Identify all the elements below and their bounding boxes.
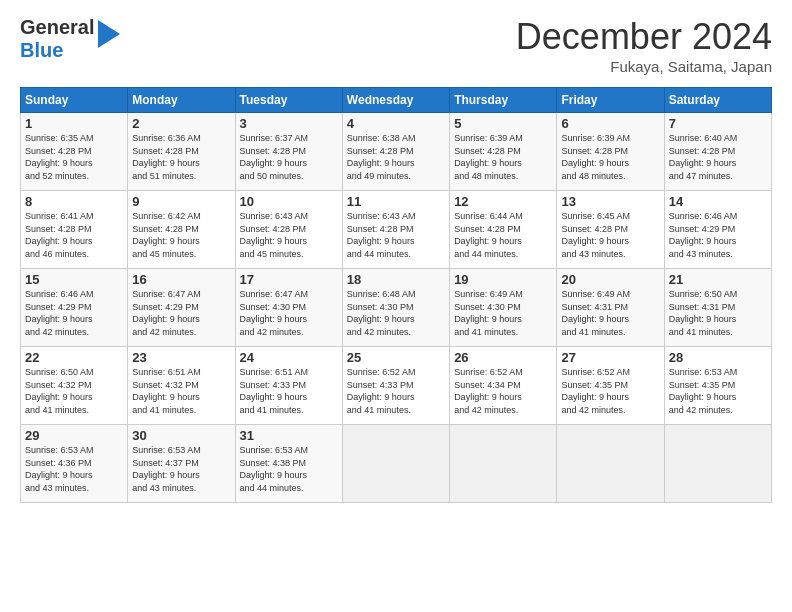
day-info: Sunrise: 6:50 AM Sunset: 4:31 PM Dayligh…	[669, 288, 767, 338]
calendar-cell: 9 Sunrise: 6:42 AM Sunset: 4:28 PM Dayli…	[128, 191, 235, 269]
col-friday: Friday	[557, 88, 664, 113]
calendar-cell	[664, 425, 771, 503]
day-number: 12	[454, 194, 552, 209]
day-number: 8	[25, 194, 123, 209]
day-info: Sunrise: 6:53 AM Sunset: 4:38 PM Dayligh…	[240, 444, 338, 494]
calendar-body: 1 Sunrise: 6:35 AM Sunset: 4:28 PM Dayli…	[21, 113, 772, 503]
day-info: Sunrise: 6:39 AM Sunset: 4:28 PM Dayligh…	[561, 132, 659, 182]
calendar-cell: 28 Sunrise: 6:53 AM Sunset: 4:35 PM Dayl…	[664, 347, 771, 425]
calendar-cell: 8 Sunrise: 6:41 AM Sunset: 4:28 PM Dayli…	[21, 191, 128, 269]
logo-general: General	[20, 16, 94, 39]
day-number: 9	[132, 194, 230, 209]
day-info: Sunrise: 6:53 AM Sunset: 4:37 PM Dayligh…	[132, 444, 230, 494]
col-saturday: Saturday	[664, 88, 771, 113]
logo-blue: Blue	[20, 39, 94, 62]
calendar-cell: 10 Sunrise: 6:43 AM Sunset: 4:28 PM Dayl…	[235, 191, 342, 269]
day-number: 29	[25, 428, 123, 443]
calendar-cell: 4 Sunrise: 6:38 AM Sunset: 4:28 PM Dayli…	[342, 113, 449, 191]
logo: General Blue	[20, 16, 120, 62]
day-info: Sunrise: 6:38 AM Sunset: 4:28 PM Dayligh…	[347, 132, 445, 182]
day-info: Sunrise: 6:50 AM Sunset: 4:32 PM Dayligh…	[25, 366, 123, 416]
calendar-cell: 5 Sunrise: 6:39 AM Sunset: 4:28 PM Dayli…	[450, 113, 557, 191]
day-number: 28	[669, 350, 767, 365]
calendar-week-row: 8 Sunrise: 6:41 AM Sunset: 4:28 PM Dayli…	[21, 191, 772, 269]
day-info: Sunrise: 6:40 AM Sunset: 4:28 PM Dayligh…	[669, 132, 767, 182]
day-number: 25	[347, 350, 445, 365]
day-info: Sunrise: 6:51 AM Sunset: 4:33 PM Dayligh…	[240, 366, 338, 416]
day-number: 19	[454, 272, 552, 287]
calendar-cell: 21 Sunrise: 6:50 AM Sunset: 4:31 PM Dayl…	[664, 269, 771, 347]
day-info: Sunrise: 6:48 AM Sunset: 4:30 PM Dayligh…	[347, 288, 445, 338]
calendar-week-row: 15 Sunrise: 6:46 AM Sunset: 4:29 PM Dayl…	[21, 269, 772, 347]
calendar-cell: 18 Sunrise: 6:48 AM Sunset: 4:30 PM Dayl…	[342, 269, 449, 347]
day-number: 10	[240, 194, 338, 209]
location: Fukaya, Saitama, Japan	[516, 58, 772, 75]
day-info: Sunrise: 6:45 AM Sunset: 4:28 PM Dayligh…	[561, 210, 659, 260]
header-row: Sunday Monday Tuesday Wednesday Thursday…	[21, 88, 772, 113]
day-number: 1	[25, 116, 123, 131]
calendar-cell: 29 Sunrise: 6:53 AM Sunset: 4:36 PM Dayl…	[21, 425, 128, 503]
day-info: Sunrise: 6:36 AM Sunset: 4:28 PM Dayligh…	[132, 132, 230, 182]
calendar-cell: 15 Sunrise: 6:46 AM Sunset: 4:29 PM Dayl…	[21, 269, 128, 347]
day-number: 18	[347, 272, 445, 287]
calendar-cell: 1 Sunrise: 6:35 AM Sunset: 4:28 PM Dayli…	[21, 113, 128, 191]
day-info: Sunrise: 6:35 AM Sunset: 4:28 PM Dayligh…	[25, 132, 123, 182]
calendar-cell: 3 Sunrise: 6:37 AM Sunset: 4:28 PM Dayli…	[235, 113, 342, 191]
calendar-cell: 20 Sunrise: 6:49 AM Sunset: 4:31 PM Dayl…	[557, 269, 664, 347]
day-info: Sunrise: 6:47 AM Sunset: 4:29 PM Dayligh…	[132, 288, 230, 338]
calendar-cell: 6 Sunrise: 6:39 AM Sunset: 4:28 PM Dayli…	[557, 113, 664, 191]
day-number: 2	[132, 116, 230, 131]
col-tuesday: Tuesday	[235, 88, 342, 113]
day-number: 23	[132, 350, 230, 365]
day-number: 11	[347, 194, 445, 209]
calendar-cell: 16 Sunrise: 6:47 AM Sunset: 4:29 PM Dayl…	[128, 269, 235, 347]
calendar-cell: 17 Sunrise: 6:47 AM Sunset: 4:30 PM Dayl…	[235, 269, 342, 347]
day-number: 3	[240, 116, 338, 131]
day-info: Sunrise: 6:51 AM Sunset: 4:32 PM Dayligh…	[132, 366, 230, 416]
day-number: 27	[561, 350, 659, 365]
day-info: Sunrise: 6:52 AM Sunset: 4:33 PM Dayligh…	[347, 366, 445, 416]
calendar-cell: 2 Sunrise: 6:36 AM Sunset: 4:28 PM Dayli…	[128, 113, 235, 191]
calendar-week-row: 22 Sunrise: 6:50 AM Sunset: 4:32 PM Dayl…	[21, 347, 772, 425]
day-number: 6	[561, 116, 659, 131]
calendar-cell: 31 Sunrise: 6:53 AM Sunset: 4:38 PM Dayl…	[235, 425, 342, 503]
calendar-cell: 23 Sunrise: 6:51 AM Sunset: 4:32 PM Dayl…	[128, 347, 235, 425]
day-info: Sunrise: 6:42 AM Sunset: 4:28 PM Dayligh…	[132, 210, 230, 260]
day-number: 20	[561, 272, 659, 287]
calendar-cell: 26 Sunrise: 6:52 AM Sunset: 4:34 PM Dayl…	[450, 347, 557, 425]
day-info: Sunrise: 6:52 AM Sunset: 4:34 PM Dayligh…	[454, 366, 552, 416]
calendar-cell	[342, 425, 449, 503]
col-monday: Monday	[128, 88, 235, 113]
calendar-week-row: 1 Sunrise: 6:35 AM Sunset: 4:28 PM Dayli…	[21, 113, 772, 191]
col-wednesday: Wednesday	[342, 88, 449, 113]
day-number: 15	[25, 272, 123, 287]
day-number: 30	[132, 428, 230, 443]
day-info: Sunrise: 6:44 AM Sunset: 4:28 PM Dayligh…	[454, 210, 552, 260]
calendar-cell: 27 Sunrise: 6:52 AM Sunset: 4:35 PM Dayl…	[557, 347, 664, 425]
day-number: 14	[669, 194, 767, 209]
calendar-table: Sunday Monday Tuesday Wednesday Thursday…	[20, 87, 772, 503]
calendar-cell: 25 Sunrise: 6:52 AM Sunset: 4:33 PM Dayl…	[342, 347, 449, 425]
day-info: Sunrise: 6:49 AM Sunset: 4:31 PM Dayligh…	[561, 288, 659, 338]
day-info: Sunrise: 6:43 AM Sunset: 4:28 PM Dayligh…	[240, 210, 338, 260]
col-thursday: Thursday	[450, 88, 557, 113]
calendar-cell: 19 Sunrise: 6:49 AM Sunset: 4:30 PM Dayl…	[450, 269, 557, 347]
svg-marker-0	[98, 20, 120, 48]
calendar-cell: 12 Sunrise: 6:44 AM Sunset: 4:28 PM Dayl…	[450, 191, 557, 269]
header: General Blue December 2024 Fukaya, Saita…	[20, 16, 772, 75]
calendar-cell: 22 Sunrise: 6:50 AM Sunset: 4:32 PM Dayl…	[21, 347, 128, 425]
day-info: Sunrise: 6:47 AM Sunset: 4:30 PM Dayligh…	[240, 288, 338, 338]
title-block: December 2024 Fukaya, Saitama, Japan	[516, 16, 772, 75]
calendar-week-row: 29 Sunrise: 6:53 AM Sunset: 4:36 PM Dayl…	[21, 425, 772, 503]
calendar-cell	[557, 425, 664, 503]
day-number: 4	[347, 116, 445, 131]
day-number: 22	[25, 350, 123, 365]
day-number: 26	[454, 350, 552, 365]
day-number: 13	[561, 194, 659, 209]
day-info: Sunrise: 6:37 AM Sunset: 4:28 PM Dayligh…	[240, 132, 338, 182]
day-number: 17	[240, 272, 338, 287]
day-info: Sunrise: 6:43 AM Sunset: 4:28 PM Dayligh…	[347, 210, 445, 260]
day-number: 24	[240, 350, 338, 365]
day-number: 16	[132, 272, 230, 287]
day-info: Sunrise: 6:46 AM Sunset: 4:29 PM Dayligh…	[669, 210, 767, 260]
